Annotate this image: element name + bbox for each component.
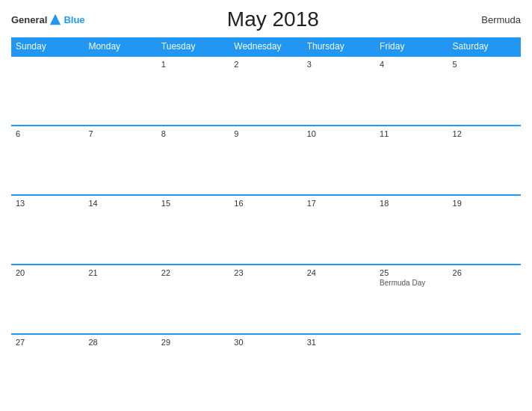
day-header-tuesday: Tuesday	[157, 37, 229, 56]
day-number: 19	[453, 199, 516, 208]
week-row-2: 6789101112	[11, 126, 521, 195]
day-number: 9	[234, 129, 297, 138]
calendar-header: General Blue May 2018 Bermuda	[11, 7, 521, 31]
calendar-cell: 25Bermuda Day	[375, 265, 448, 334]
day-header-wednesday: Wednesday	[229, 37, 302, 56]
week-row-1: 12345	[11, 56, 521, 126]
calendar-cell: 13	[11, 195, 84, 265]
day-number: 16	[234, 199, 297, 208]
calendar-cell: 21	[84, 265, 156, 334]
calendar-cell: 9	[229, 126, 302, 195]
calendar-cell: 20	[11, 265, 84, 334]
calendar-cell: 11	[375, 126, 448, 195]
day-number: 8	[161, 129, 225, 138]
calendar-cell: 23	[229, 265, 302, 334]
calendar-cell: 31	[303, 334, 375, 404]
day-number: 31	[307, 338, 371, 347]
calendar-cell: 26	[448, 265, 521, 334]
day-number: 1	[161, 60, 225, 69]
day-number: 21	[88, 268, 152, 277]
calendar-cell: 28	[84, 334, 156, 404]
calendar-cell: 7	[84, 126, 156, 195]
day-number: 10	[307, 129, 371, 138]
day-header-thursday: Thursday	[303, 37, 375, 56]
calendar-cell: 17	[303, 195, 375, 265]
day-number: 3	[307, 60, 371, 69]
days-header-row: SundayMondayTuesdayWednesdayThursdayFrid…	[11, 37, 521, 56]
day-number: 22	[161, 268, 225, 277]
day-number: 4	[380, 60, 443, 69]
day-number: 23	[234, 268, 297, 277]
calendar-cell: 24	[303, 265, 375, 334]
calendar-cell: 1	[157, 56, 229, 126]
day-number: 26	[453, 268, 516, 277]
calendar-cell: 5	[448, 56, 521, 126]
day-number: 2	[234, 60, 297, 69]
day-number: 12	[453, 129, 516, 138]
day-number: 28	[88, 338, 152, 347]
calendar-cell: 29	[157, 334, 229, 404]
logo-general-text: General	[11, 14, 47, 25]
day-number: 5	[453, 60, 516, 69]
calendar-cell: 27	[11, 334, 84, 404]
day-number: 29	[161, 338, 225, 347]
month-title: May 2018	[85, 7, 461, 31]
day-number: 25	[380, 268, 443, 277]
logo-icon	[49, 13, 62, 26]
day-header-friday: Friday	[375, 37, 448, 56]
calendar-cell: 19	[448, 195, 521, 265]
day-number: 27	[16, 338, 79, 347]
day-number: 24	[307, 268, 371, 277]
calendar-cell: 30	[229, 334, 302, 404]
calendar-cell: 22	[157, 265, 229, 334]
week-row-4: 202122232425Bermuda Day26	[11, 265, 521, 334]
day-number: 20	[16, 268, 79, 277]
day-header-monday: Monday	[84, 37, 156, 56]
day-number: 18	[380, 199, 443, 208]
calendar-cell	[448, 334, 521, 404]
calendar-cell: 2	[229, 56, 302, 126]
logo-blue-text: Blue	[64, 14, 84, 25]
week-row-5: 2728293031	[11, 334, 521, 404]
svg-marker-0	[50, 14, 61, 25]
calendar-cell: 4	[375, 56, 448, 126]
calendar-cell: 6	[11, 126, 84, 195]
day-number: 15	[161, 199, 225, 208]
day-number: 6	[16, 129, 79, 138]
calendar-cell: 8	[157, 126, 229, 195]
day-number: 11	[380, 129, 443, 138]
calendar-cell	[84, 56, 156, 126]
day-header-saturday: Saturday	[448, 37, 521, 56]
day-number: 17	[307, 199, 371, 208]
calendar-table: SundayMondayTuesdayWednesdayThursdayFrid…	[11, 37, 521, 404]
calendar-cell: 10	[303, 126, 375, 195]
week-row-3: 13141516171819	[11, 195, 521, 265]
region-label: Bermuda	[461, 14, 521, 25]
day-number: 13	[16, 199, 79, 208]
calendar-cell: 18	[375, 195, 448, 265]
day-number: 14	[88, 199, 152, 208]
calendar-cell: 15	[157, 195, 229, 265]
calendar-cell: 3	[303, 56, 375, 126]
calendar-cell	[11, 56, 84, 126]
calendar-cell	[375, 334, 448, 404]
day-header-sunday: Sunday	[11, 37, 84, 56]
calendar-cell: 14	[84, 195, 156, 265]
day-number: 7	[88, 129, 152, 138]
logo: General Blue	[11, 13, 85, 26]
day-number: 30	[234, 338, 297, 347]
event-label: Bermuda Day	[380, 279, 443, 287]
calendar-cell: 12	[448, 126, 521, 195]
calendar-cell: 16	[229, 195, 302, 265]
